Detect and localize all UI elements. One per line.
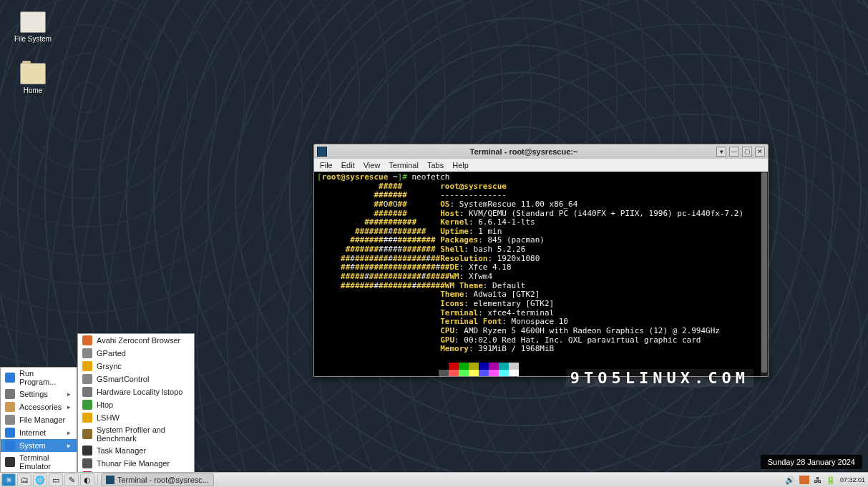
menu-tabs[interactable]: Tabs: [427, 161, 444, 169]
application-menu[interactable]: Run Program...Settings▸Accessories▸File …: [0, 367, 77, 487]
menu-edit[interactable]: Edit: [341, 161, 355, 169]
date-tooltip: Sunday 28 January 2024: [761, 455, 862, 469]
window-menu-button[interactable]: ▾: [716, 147, 726, 157]
submenu-item-task-manager[interactable]: Task Manager: [78, 444, 194, 457]
menu-item-accessories[interactable]: Accessories▸: [1, 400, 77, 413]
menu-item-label: Run Program...: [19, 369, 71, 386]
separator: [97, 474, 98, 486]
close-button[interactable]: ✕: [755, 147, 765, 157]
gparted-launcher[interactable]: ◐: [80, 473, 94, 486]
menu-item-label: File Manager: [19, 415, 65, 424]
terminal-icon: [106, 476, 114, 484]
lstopo-icon: [82, 387, 92, 397]
network-icon[interactable]: 🖧: [814, 476, 821, 484]
taskbar-window-button[interactable]: Terminal - root@sysresc...: [101, 473, 214, 486]
submenu-item-label: LSHW: [97, 413, 120, 422]
taskbar-window-label: Terminal - root@sysresc...: [117, 476, 209, 484]
minimize-button[interactable]: —: [729, 147, 739, 157]
globe-icon: [5, 428, 15, 438]
menu-item-internet[interactable]: Internet▸: [1, 426, 77, 439]
menubar: File Edit View Terminal Tabs Help: [314, 159, 768, 172]
folder-icon: [20, 63, 46, 84]
terminal-icon: [5, 457, 15, 467]
menu-item-label: Settings: [19, 390, 48, 398]
profiler-icon: [82, 429, 92, 439]
thunar-icon: [82, 458, 92, 468]
gsmart-icon: [82, 374, 92, 384]
menu-item-system[interactable]: System▸: [1, 439, 77, 452]
grsync-icon: [82, 361, 92, 371]
notification-icon[interactable]: [799, 476, 809, 484]
submenu-item-htop[interactable]: Htop: [78, 398, 194, 411]
terminal-icon: [317, 147, 327, 157]
system-tray: 🔊 🖧 🔋 07:32:01: [785, 476, 867, 485]
submenu-item-label: Hardware Locality lstopo: [97, 388, 182, 396]
submenu-item-label: Thunar File Manager: [97, 459, 170, 468]
maximize-button[interactable]: ▢: [742, 147, 752, 157]
titlebar[interactable]: Terminal - root@sysrescue:~ ▾ — ▢ ✕: [314, 144, 768, 159]
menu-item-run-program-[interactable]: Run Program...: [1, 368, 77, 388]
desktop-icon-file-system[interactable]: File System: [7, 11, 59, 43]
web-browser-launcher[interactable]: 🌐: [33, 473, 47, 486]
clock[interactable]: 07:32:01: [840, 477, 865, 483]
submenu-item-label: System Profiler and Benchmark: [97, 425, 188, 443]
menu-file[interactable]: File: [320, 161, 333, 169]
system-icon: [5, 441, 15, 451]
desktop-icon-label: Home: [7, 87, 59, 94]
submenu-item-grsync[interactable]: Grsync: [78, 360, 194, 373]
desktop[interactable]: File System Home Terminal - root@sysresc…: [0, 0, 868, 487]
search-icon: [5, 373, 15, 383]
submenu-item-gsmartcontrol[interactable]: GSmartControl: [78, 373, 194, 385]
file-manager-launcher[interactable]: 🗂: [17, 473, 31, 486]
submenu-item-avahi-zeroconf-browser[interactable]: Avahi Zeroconf Browser: [78, 334, 194, 347]
terminal-window[interactable]: Terminal - root@sysrescue:~ ▾ — ▢ ✕ File…: [313, 144, 769, 377]
lshw-icon: [82, 413, 92, 423]
chevron-right-icon: ▸: [67, 442, 71, 449]
start-button[interactable]: ✳: [1, 473, 16, 486]
system-submenu[interactable]: Avahi Zeroconf BrowserGPartedGrsyncGSmar…: [77, 333, 195, 487]
window-title: Terminal - root@sysrescue:~: [331, 147, 716, 156]
gparted-icon: [82, 348, 92, 358]
text-editor-launcher[interactable]: ✎: [64, 473, 79, 486]
menu-item-settings[interactable]: Settings▸: [1, 388, 77, 400]
watermark: 9TO5LINUX.COM: [566, 369, 754, 387]
menu-help[interactable]: Help: [452, 161, 469, 169]
clock-time: 07:32:01: [840, 477, 865, 483]
submenu-item-label: GParted: [97, 349, 126, 358]
battery-icon[interactable]: 🔋: [826, 476, 836, 485]
menu-view[interactable]: View: [364, 161, 381, 169]
submenu-item-label: GSmartControl: [97, 375, 149, 383]
submenu-item-label: Task Manager: [97, 446, 146, 455]
submenu-item-label: Avahi Zeroconf Browser: [97, 336, 180, 345]
accessories-icon: [5, 402, 15, 412]
audio-icon[interactable]: 🔊: [785, 476, 795, 485]
desktop-icon-home[interactable]: Home: [7, 63, 59, 94]
chevron-right-icon: ▸: [67, 429, 71, 436]
menu-item-label: Terminal Emulator: [19, 453, 71, 471]
desktop-icon-label: File System: [7, 35, 59, 43]
submenu-item-hardware-locality-lstopo[interactable]: Hardware Locality lstopo: [78, 385, 194, 398]
menu-terminal[interactable]: Terminal: [389, 161, 419, 169]
scrollbar-thumb[interactable]: [761, 172, 767, 373]
menu-item-label: System: [19, 441, 46, 450]
submenu-item-label: Htop: [97, 400, 113, 409]
submenu-item-thunar-file-manager[interactable]: Thunar File Manager: [78, 457, 194, 470]
chevron-right-icon: ▸: [67, 390, 71, 398]
taskmgr-icon: [82, 446, 92, 456]
chevron-right-icon: ▸: [67, 403, 71, 410]
menu-item-label: Internet: [19, 428, 46, 437]
avahi-icon: [82, 335, 92, 345]
submenu-item-system-profiler-and-benchmark[interactable]: System Profiler and Benchmark: [78, 424, 194, 444]
taskbar: ✳ 🗂 🌐 ▭ ✎ ◐ Terminal - root@sysresc... 🔊…: [0, 472, 868, 487]
menu-item-terminal-emulator[interactable]: Terminal Emulator: [1, 452, 77, 472]
menu-item-label: Accessories: [19, 403, 62, 411]
submenu-item-lshw[interactable]: LSHW: [78, 411, 194, 424]
htop-icon: [82, 400, 92, 410]
submenu-item-gparted[interactable]: GParted: [78, 347, 194, 360]
scrollbar[interactable]: [761, 172, 768, 376]
gear-icon: [5, 389, 15, 399]
show-desktop-button[interactable]: ▭: [49, 473, 63, 486]
menu-item-file-manager[interactable]: File Manager: [1, 413, 77, 426]
terminal-body[interactable]: [root@sysrescue ~]# neofetch ##### root@…: [314, 172, 768, 376]
submenu-item-label: Grsync: [97, 362, 122, 370]
